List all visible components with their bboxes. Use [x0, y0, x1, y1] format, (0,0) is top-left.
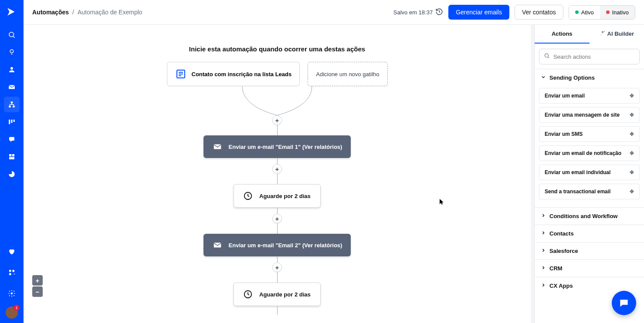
envelope-icon[interactable]	[4, 79, 20, 95]
add-trigger-card[interactable]: Adicione um novo gatilho	[308, 62, 387, 86]
heart-icon[interactable]	[4, 244, 20, 259]
connector-line	[277, 125, 278, 135]
svg-text:+: +	[14, 272, 16, 276]
toggle-inactive[interactable]: Inativo	[600, 6, 635, 19]
action-item[interactable]: Enviar um email individual✥	[539, 165, 640, 180]
drag-icon: ✥	[630, 93, 634, 99]
svg-line-1	[13, 36, 14, 37]
toggle-active[interactable]: Ativo	[569, 6, 600, 19]
add-button[interactable]: +	[272, 262, 282, 272]
svg-rect-18	[12, 154, 14, 156]
node-label: Aguarde por 2 dias	[259, 291, 311, 298]
breadcrumb-sep: /	[72, 9, 74, 16]
connector-line	[277, 158, 278, 164]
breadcrumb: Automações / Automação de Exemplo	[32, 9, 142, 16]
svg-rect-16	[9, 137, 14, 141]
zoom-controls: + −	[32, 275, 43, 297]
action-item[interactable]: Enviar um email✥	[539, 88, 640, 104]
mail-icon	[212, 240, 223, 250]
search-container	[535, 44, 644, 69]
drag-icon: ✥	[630, 188, 634, 195]
svg-point-2	[10, 50, 14, 53]
svg-rect-31	[214, 243, 221, 248]
section-contacts[interactable]: Contacts	[535, 225, 644, 242]
action-item[interactable]: Enviar um SMS✥	[539, 126, 640, 142]
svg-rect-21	[13, 270, 15, 272]
chat-fab[interactable]	[612, 291, 636, 315]
add-button[interactable]: +	[272, 115, 282, 125]
tab-ai-builder[interactable]: AI Builder	[590, 25, 644, 44]
action-item[interactable]: Send a transactional email✥	[539, 184, 640, 199]
connector-line	[277, 223, 278, 234]
section-crm[interactable]: CRM	[535, 260, 644, 277]
list-icon	[175, 68, 186, 80]
action-item[interactable]: Enviar um email de notificação✥	[539, 145, 640, 161]
svg-rect-17	[9, 154, 11, 156]
drag-icon: ✥	[630, 112, 634, 118]
cursor-icon	[440, 199, 445, 204]
canvas[interactable]: Inicie esta automação quando ocorrer uma…	[24, 25, 531, 323]
zoom-in-button[interactable]: +	[32, 275, 43, 286]
search-input[interactable]	[553, 54, 635, 60]
drag-icon: ✥	[630, 169, 634, 175]
connector-line	[277, 174, 278, 184]
connector-line	[277, 208, 278, 214]
search-icon[interactable]	[4, 27, 20, 43]
section-sending-options[interactable]: Sending Options	[535, 69, 644, 86]
chevron-right-icon	[541, 283, 546, 289]
sidebar: + 1	[0, 0, 24, 323]
apps-icon[interactable]: +	[4, 265, 20, 280]
status-toggle: Ativo Inativo	[569, 5, 635, 20]
email-node[interactable]: Enviar um e-mail "Email 1" (Ver relatóri…	[203, 135, 351, 158]
search-icon	[544, 53, 550, 61]
saved-status: Salvo em 18:37	[393, 8, 443, 17]
sparkle-icon	[600, 30, 606, 37]
section-conditions[interactable]: Conditions and Workflow	[535, 208, 644, 225]
scrollbar-track[interactable]	[531, 25, 534, 323]
wait-node[interactable]: Aguarde por 2 dias	[234, 283, 321, 306]
saved-text: Salvo em 18:37	[393, 9, 433, 16]
gear-icon[interactable]	[4, 286, 20, 301]
canvas-title: Inicie esta automação quando ocorrer uma…	[189, 45, 365, 53]
pipeline-icon[interactable]	[4, 114, 20, 130]
svg-rect-14	[11, 120, 13, 123]
tab-actions[interactable]: Actions	[535, 25, 590, 44]
action-item[interactable]: Enviar uma mensagem de site✥	[539, 107, 640, 123]
svg-rect-7	[9, 106, 11, 108]
actions-panel: Actions AI Builder Sending Option	[534, 25, 644, 323]
chevron-down-icon	[541, 74, 546, 81]
svg-point-0	[9, 32, 14, 37]
svg-point-4	[10, 67, 13, 70]
chevron-right-icon	[541, 230, 546, 237]
trigger-card[interactable]: Contato com inscrição na lista Leads	[167, 62, 300, 86]
email-node[interactable]: Enviar um e-mail "Email 2" (Ver relatóri…	[203, 234, 351, 256]
breadcrumb-current: Automação de Exemplo	[78, 9, 142, 16]
chevron-right-icon	[541, 265, 546, 272]
chevron-right-icon	[541, 248, 546, 254]
wait-node[interactable]: Aguarde por 2 dias	[234, 184, 321, 208]
lightbulb-icon[interactable]	[4, 44, 20, 60]
svg-rect-15	[14, 120, 15, 122]
svg-point-24	[11, 293, 13, 295]
add-button[interactable]: +	[272, 214, 282, 223]
manage-emails-button[interactable]: Gerenciar emails	[448, 5, 509, 20]
svg-rect-20	[9, 270, 11, 272]
avatar[interactable]: 1	[6, 306, 18, 319]
section-salesforce[interactable]: Salesforce	[535, 242, 644, 259]
breadcrumb-root[interactable]: Automações	[32, 9, 69, 16]
pages-icon[interactable]	[4, 149, 20, 165]
connector-line	[277, 306, 278, 315]
reports-icon[interactable]	[4, 166, 20, 182]
zoom-out-button[interactable]: −	[32, 286, 43, 297]
avatar-badge: 1	[14, 305, 20, 311]
node-label: Enviar um e-mail "Email 1" (Ver relatóri…	[229, 144, 342, 150]
svg-point-33	[604, 31, 605, 32]
history-icon[interactable]	[435, 8, 443, 17]
connector-lines	[216, 86, 338, 115]
automation-icon[interactable]	[4, 97, 20, 112]
chat-icon[interactable]	[4, 131, 20, 147]
add-button[interactable]: +	[272, 164, 282, 174]
person-icon[interactable]	[4, 62, 20, 77]
chevron-right-icon	[541, 213, 546, 219]
view-contacts-button[interactable]: Ver contatos	[515, 5, 563, 20]
